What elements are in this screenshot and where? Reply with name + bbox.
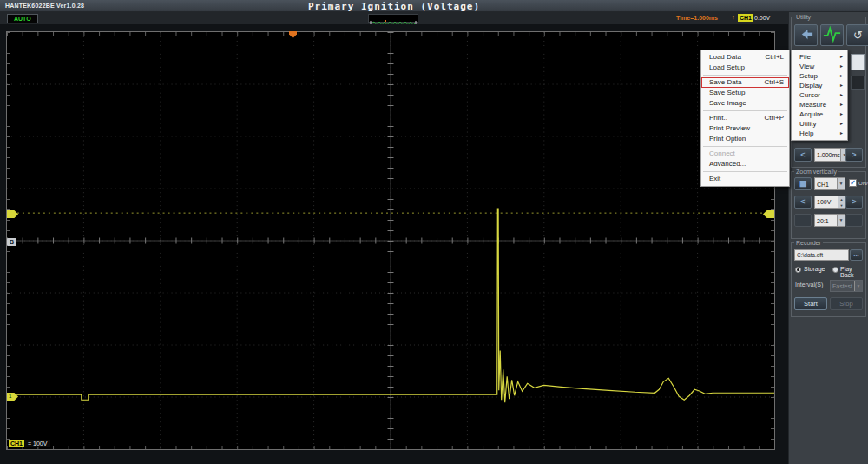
trigger-source-badge: CH1	[738, 14, 753, 22]
title-bar: HANTEK6022BE Ver1.0.28 Primary Ignition …	[0, 0, 868, 12]
menu-item-save-data[interactable]: Save DataCtrl+S	[701, 77, 789, 88]
channel-select[interactable]: CH1 ▼	[814, 177, 845, 190]
ch1-scale-badge: CH1 = 100V	[9, 440, 50, 447]
interval-value: Fastest	[832, 283, 852, 289]
back-button[interactable]	[794, 24, 818, 46]
timebase-select[interactable]: 1.000ms ▼	[814, 148, 849, 162]
timebase-value: 1.000ms	[817, 152, 840, 158]
menu-item-help[interactable]: Help►	[792, 129, 847, 138]
record-start-button[interactable]: Start	[794, 297, 827, 310]
timebase-decrease-button[interactable]: <	[794, 148, 812, 162]
toolbar: AUTO Time=1.000ms ↑ CH1 0.00V	[0, 12, 788, 24]
spinner-arrows-icon[interactable]: ▲▼	[838, 196, 845, 208]
waveform-preview[interactable]	[368, 14, 418, 23]
storage-radio[interactable]	[795, 267, 801, 273]
menu-item-setup[interactable]: Setup►	[792, 71, 847, 81]
submenu-arrow-icon: ►	[839, 129, 844, 137]
timebase-increase-button[interactable]: >	[845, 148, 863, 162]
menu-item-cursor[interactable]: Cursor►	[792, 90, 847, 100]
sidebar-control-dark[interactable]	[851, 76, 865, 90]
b-reference-marker[interactable]: B	[7, 238, 16, 246]
utility-group-label: Utility	[794, 13, 812, 21]
chevron-down-icon[interactable]: ▼	[837, 178, 845, 189]
recorder-group: Recorder C:\data.dft ... Storage Play Ba…	[791, 242, 866, 317]
menu-item-print[interactable]: Print..Ctrl+P	[701, 113, 789, 123]
menu-separator	[703, 75, 787, 76]
left-arrow-icon	[795, 25, 817, 43]
submenu-arrow-icon: ►	[839, 63, 844, 70]
vertical-group-label: Zoom vertically	[794, 168, 838, 176]
sidebar-control-light[interactable]	[851, 54, 865, 70]
interval-select[interactable]: Fastest ▼	[830, 280, 863, 292]
ch1-scale-channel: CH1	[9, 440, 24, 447]
volts-value: 100V	[817, 199, 831, 205]
probe-value: 20:1	[817, 217, 829, 223]
submenu-arrow-icon: ►	[839, 53, 844, 61]
menu-separator	[703, 146, 787, 147]
scope-bezel: B 1 CH1 = 100V	[0, 24, 788, 464]
menu-item-advanced[interactable]: Advanced...	[701, 159, 789, 169]
menu-item-print-option[interactable]: Print Option	[701, 134, 789, 144]
record-stop-button: Stop	[830, 297, 863, 310]
playback-radio[interactable]	[832, 267, 838, 273]
channel-display-button[interactable]: ▦	[794, 177, 812, 190]
chevron-down-icon: ▼	[854, 281, 862, 291]
playback-label: Play Back	[840, 266, 865, 278]
menu-item-view[interactable]: View►	[792, 62, 847, 71]
scope-graticule	[7, 32, 774, 449]
storage-label: Storage	[804, 266, 825, 272]
main-menu: File► View► Setup► Display► Cursor► Meas…	[791, 50, 848, 141]
ch1-scale-value: = 100V	[24, 440, 50, 447]
volts-per-div-spinner[interactable]: 100V ▲▼	[814, 196, 845, 209]
probe-decrease-button[interactable]	[794, 214, 812, 227]
menu-item-save-image[interactable]: Save Image	[701, 98, 789, 109]
menu-item-load-data[interactable]: Load DataCtrl+L	[701, 52, 789, 63]
channel-select-value: CH1	[817, 181, 829, 187]
menu-item-file[interactable]: File►	[792, 52, 847, 62]
chevron-down-icon[interactable]: ▼	[837, 215, 845, 226]
menu-item-measure[interactable]: Measure►	[792, 100, 847, 109]
recorder-group-label: Recorder	[794, 239, 823, 247]
vertical-group: Zoom vertically ▦ CH1 ▼ ✓ ON/OFF < 100V …	[791, 171, 866, 239]
submenu-arrow-icon: ►	[839, 82, 844, 89]
menu-separator	[703, 110, 787, 111]
scope-screen[interactable]: B 1 CH1 = 100V	[6, 31, 775, 450]
timebase-readout: Time=1.000ms	[676, 15, 718, 21]
pulse-icon	[821, 25, 843, 43]
trigger-slope-icon: ↑	[732, 14, 735, 20]
onoff-label: ON/OFF	[858, 181, 868, 186]
trigger-mode-badge: AUTO	[7, 14, 38, 23]
menu-item-connect: Connect	[701, 149, 789, 159]
menu-separator	[703, 171, 787, 172]
submenu-arrow-icon: ►	[839, 101, 844, 109]
interval-label: Interval(S)	[795, 282, 823, 288]
volts-increase-button[interactable]: >	[845, 196, 863, 209]
menu-item-display[interactable]: Display►	[792, 81, 847, 90]
submenu-arrow-icon: ►	[839, 91, 844, 99]
submenu-arrow-icon: ►	[839, 120, 844, 128]
browse-button[interactable]: ...	[850, 249, 863, 261]
probe-select[interactable]: 20:1 ▼	[814, 214, 845, 227]
auto-set-button[interactable]	[820, 24, 844, 46]
undo-button[interactable]: ↺	[846, 24, 868, 46]
menu-item-exit[interactable]: Exit	[701, 174, 789, 184]
menu-item-acquire[interactable]: Acquire►	[792, 109, 847, 119]
menu-item-load-setup[interactable]: Load Setup	[701, 63, 789, 73]
menu-item-utility[interactable]: Utility►	[792, 119, 847, 129]
trigger-level-readout: 0.00V	[754, 15, 770, 21]
record-path-input[interactable]: C:\data.dft	[794, 249, 849, 261]
rotate-ccw-icon: ↺	[853, 29, 863, 42]
page-title: Primary Ignition (Voltage)	[0, 1, 788, 12]
context-menu: Load DataCtrl+L Load Setup Save DataCtrl…	[700, 50, 790, 187]
channel-on-checkbox[interactable]: ✓	[849, 179, 857, 187]
volts-decrease-button[interactable]: <	[794, 196, 812, 209]
probe-increase-button[interactable]	[845, 214, 863, 227]
menu-item-print-preview[interactable]: Print Preview	[701, 123, 789, 134]
submenu-arrow-icon: ►	[839, 110, 844, 118]
submenu-arrow-icon: ►	[839, 72, 844, 80]
menu-item-save-setup[interactable]: Save Setup	[701, 88, 789, 98]
